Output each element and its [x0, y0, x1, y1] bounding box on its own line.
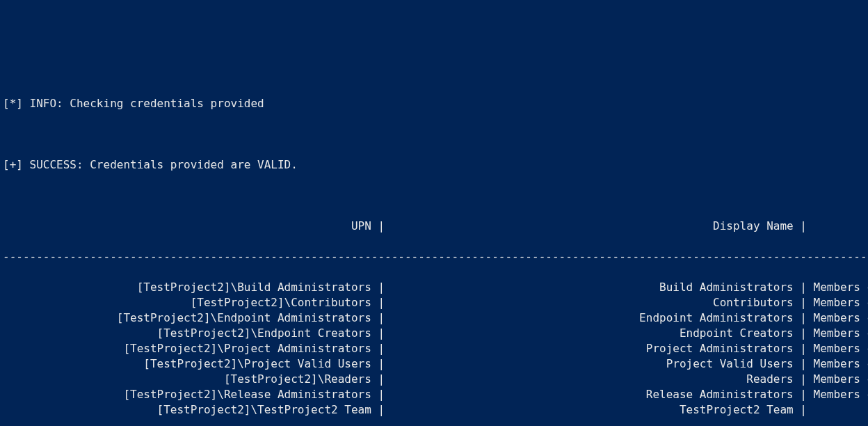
table-row: [TestProject2]\Release Administrators | … — [3, 387, 868, 402]
table-divider: ----------------------------------------… — [3, 249, 868, 265]
table-row: [TestProject2]\Project Administrators | … — [3, 341, 868, 356]
table-row: [TestProject2]\Project Valid Users | Pro… — [3, 356, 868, 372]
table-row: [TestProject2]\Endpoint Administrators |… — [3, 310, 868, 326]
table-row: [TestProject2]\Build Administrators | Bu… — [3, 280, 868, 295]
table-row: [TestProject2]\Readers | Readers | Membe… — [3, 372, 868, 387]
table-row: [TestProject2]\TestProject2 Team | TestP… — [3, 402, 868, 418]
log-success-line: [+] SUCCESS: Credentials provided are VA… — [3, 157, 868, 173]
blank-line — [3, 188, 868, 203]
table-header: UPN | Display Name | — [3, 219, 868, 234]
terminal-output: [*] INFO: Checking credentials provided … — [0, 77, 868, 426]
table-row: [TestProject2]\Endpoint Creators | Endpo… — [3, 326, 868, 341]
log-info-line: [*] INFO: Checking credentials provided — [3, 96, 868, 111]
blank-line — [3, 127, 868, 142]
table-row: [TestProject2]\Contributors | Contributo… — [3, 295, 868, 310]
